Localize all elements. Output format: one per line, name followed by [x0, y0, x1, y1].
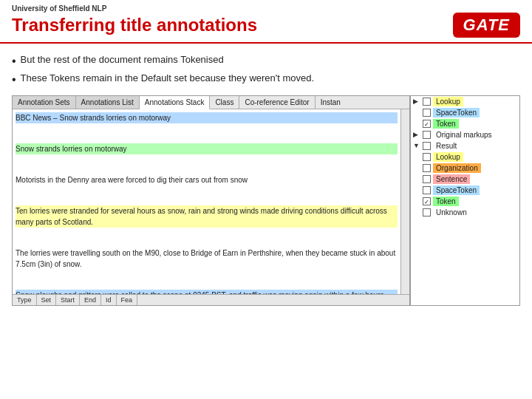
gate-ui-panel: Annotation Sets Annotations List Annotat… [12, 95, 520, 306]
bullet-text-1: But the rest of the document remains Tok… [21, 54, 224, 65]
class-label-original-markups: Original markups [433, 130, 495, 140]
scroll-bar[interactable] [400, 109, 409, 294]
class-label-result: Result [433, 141, 460, 151]
bottom-bar: Type Set Start End Id Fea [13, 294, 409, 305]
bullet-icon: • [12, 54, 16, 69]
class-label-token2: Token [433, 197, 459, 206]
left-panel: Annotation Sets Annotations List Annotat… [13, 96, 410, 305]
class-item-spacetoken2[interactable]: ▶ SpaceToken [411, 185, 519, 196]
checkbox-original-markups[interactable] [423, 131, 431, 139]
doc-line: Snow strands lorries on motorway [16, 143, 398, 154]
class-item-organization[interactable]: ▶ Organization [411, 163, 519, 174]
bullet-2: • These Tokens remain in the Default set… [12, 72, 520, 88]
class-label-organization: Organization [433, 163, 481, 173]
checkbox-spacetoken1[interactable] [423, 109, 431, 117]
checkbox-lookup2[interactable] [423, 153, 431, 161]
class-label-token1: Token [433, 119, 459, 129]
class-item-unknown[interactable]: ▶ Unknown [411, 207, 519, 218]
checkbox-spacetoken2[interactable] [423, 186, 431, 194]
checkbox-sentence[interactable] [423, 175, 431, 183]
doc-line: Motorists in the Denny area were forced … [16, 174, 398, 185]
doc-line: BBC News – Snow strands lorries on motor… [16, 112, 398, 123]
class-label-spacetoken1: SpaceToken [433, 108, 480, 117]
bullet-1: • But the rest of the document remains T… [12, 54, 520, 69]
class-item-lookup1[interactable]: ▶ Lookup [411, 96, 519, 107]
class-label-lookup2: Lookup [433, 152, 463, 162]
header: University of Sheffield NLP Transferring… [0, 0, 532, 44]
class-item-token1[interactable]: ▶ Token [411, 118, 519, 129]
university-name: University of Sheffield NLP [12, 4, 520, 13]
tab-instan[interactable]: Instan [316, 96, 346, 109]
col-set: Set [37, 295, 57, 305]
arrow-icon: ▼ [413, 142, 420, 149]
class-item-result[interactable]: ▼ Result [411, 140, 519, 151]
doc-line [16, 128, 398, 139]
class-list[interactable]: ▶ Lookup ▶ SpaceToken ▶ Token [411, 96, 519, 305]
tab-annotations-stack[interactable]: Annotations Stack [140, 96, 211, 109]
class-label-sentence: Sentence [433, 174, 470, 184]
tab-annotation-sets[interactable]: Annotation Sets [13, 96, 76, 109]
class-item-spacetoken1[interactable]: ▶ SpaceToken [411, 107, 519, 118]
doc-line [16, 190, 398, 201]
arrow-icon: ▶ [413, 98, 420, 105]
tab-annotations-list[interactable]: Annotations List [76, 96, 140, 109]
class-item-original-markups[interactable]: ▶ Original markups [411, 129, 519, 140]
class-label-unknown: Unknown [433, 208, 470, 217]
doc-line: The lorries were travelling south on the… [16, 248, 398, 270]
checkbox-result[interactable] [423, 142, 431, 150]
bullet-icon-2: • [12, 72, 16, 88]
bullet-text-2: These Tokens remain in the Default set b… [21, 72, 315, 83]
checkbox-unknown[interactable] [423, 208, 431, 216]
arrow-icon: ▶ [413, 131, 420, 138]
gate-logo: GATE [453, 13, 520, 38]
class-label-lookup1: Lookup [433, 97, 463, 106]
document-area[interactable]: BBC News – Snow strands lorries on motor… [13, 109, 400, 294]
right-panel: ▶ Lookup ▶ SpaceToken ▶ Token [410, 96, 519, 305]
col-end: End [80, 295, 101, 305]
col-start: Start [56, 295, 80, 305]
class-item-sentence[interactable]: ▶ Sentence [411, 174, 519, 185]
checkbox-token2[interactable] [423, 197, 431, 205]
col-fea: Fea [117, 295, 138, 305]
doc-line [16, 232, 398, 243]
checkbox-token1[interactable] [423, 120, 431, 128]
tab-bar: Annotation Sets Annotations List Annotat… [13, 96, 409, 109]
doc-line [16, 159, 398, 170]
content-area: • But the rest of the document remains T… [0, 44, 532, 312]
checkbox-organization[interactable] [423, 164, 431, 172]
col-type: Type [13, 295, 37, 305]
document-container: BBC News – Snow strands lorries on motor… [13, 109, 409, 294]
col-id: Id [101, 295, 117, 305]
doc-line: Ten lorries were stranded for several ho… [16, 205, 398, 228]
tab-class[interactable]: Class [210, 96, 239, 109]
class-label-spacetoken2: SpaceToken [433, 185, 480, 195]
page-title: Transferring title annotations [12, 15, 257, 35]
checkbox-lookup1[interactable] [423, 98, 431, 106]
doc-line [16, 274, 398, 285]
class-item-token2[interactable]: ▶ Token [411, 196, 519, 207]
tab-coreference-editor[interactable]: Co-reference Editor [239, 96, 315, 109]
class-item-lookup2[interactable]: ▶ Lookup [411, 151, 519, 163]
